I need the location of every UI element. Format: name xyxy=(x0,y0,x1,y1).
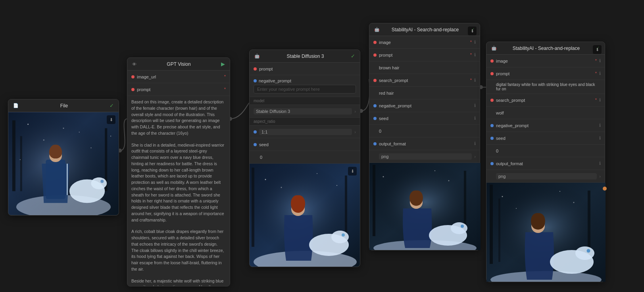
sr1-format-row: output_format ℹ xyxy=(369,137,480,150)
sr1-neg-row: negative_prompt ℹ xyxy=(369,99,480,112)
sr1-header: 🤖 StabilityAI - Search-and-replace ✓ xyxy=(369,23,480,36)
sr1-prompt-value: brown hair xyxy=(379,65,476,70)
sr2-image-info: ℹ xyxy=(599,58,601,63)
svg-point-34 xyxy=(281,187,282,188)
sr2-image-svg xyxy=(486,183,606,282)
sr1-neg-dot xyxy=(373,104,377,107)
gpt-image-url-row: image_url * xyxy=(127,71,230,83)
gpt-prompt-label: prompt xyxy=(137,87,221,92)
sr1-output-image: ⬇ xyxy=(369,163,480,250)
sd-download-button[interactable]: ⬇ xyxy=(348,167,357,176)
image-url-required: * xyxy=(224,74,226,79)
sr2-image-row: image * ℹ xyxy=(486,55,605,67)
sr2-prompt-value-row: digital fantasy white fox with striking … xyxy=(486,80,605,94)
sr1-prompt-value-row: brown hair xyxy=(369,61,480,74)
svg-point-20 xyxy=(20,159,21,160)
sr2-prompt-info: ℹ xyxy=(599,71,601,76)
sr1-prompt-info: ℹ xyxy=(474,52,476,57)
svg-point-30 xyxy=(331,231,349,243)
sr2-search-label: search_prompt xyxy=(496,98,592,103)
sd-check-icon: ✓ xyxy=(351,53,355,59)
sr1-image-dot xyxy=(373,41,377,44)
sr1-search-req: * xyxy=(470,78,472,82)
svg-point-16 xyxy=(27,124,29,125)
sr2-neg-dot xyxy=(490,124,494,127)
sr2-format-label: output_format xyxy=(496,161,597,166)
svg-point-46 xyxy=(434,170,435,171)
sr-node-1: 🤖 StabilityAI - Search-and-replace ✓ ima… xyxy=(369,23,480,250)
sr2-prompt-row: prompt * ℹ xyxy=(486,67,605,80)
svg-point-43 xyxy=(451,222,467,234)
sr2-seed-row: seed ℹ xyxy=(486,132,605,145)
sr1-search-label: search_prompt xyxy=(379,78,467,83)
svg-point-22 xyxy=(110,136,111,137)
svg-rect-8 xyxy=(20,136,22,191)
sr2-format-value-row[interactable]: png › xyxy=(486,170,605,183)
gpt-text-3: A rich, cobalt blue cloak drapes elegant… xyxy=(131,229,226,272)
sr2-title: StabilityAI - Search-and-replace xyxy=(513,46,580,51)
sd-model-section: model xyxy=(250,97,360,105)
svg-point-56 xyxy=(575,246,594,260)
sd-model-value: Stable Diffusion 3 xyxy=(254,108,352,115)
sr2-format-dot xyxy=(490,162,494,165)
sr1-format-label: output_format xyxy=(379,141,472,146)
sd-neg-dot xyxy=(254,79,257,82)
sd-image-svg xyxy=(250,164,360,267)
sr2-image-label: image xyxy=(496,59,592,63)
gpt-prompt-row: prompt * xyxy=(127,83,230,96)
sd-aspect-chevron: › xyxy=(354,130,356,134)
sr1-download-button[interactable]: ⬇ xyxy=(468,27,477,35)
file-check-icon: ✓ xyxy=(110,103,114,109)
sr1-format-value-row[interactable]: png › xyxy=(369,150,480,163)
svg-point-47 xyxy=(448,180,450,181)
sr2-prompt-dot xyxy=(490,72,494,75)
sd-model-row[interactable]: Stable Diffusion 3 › xyxy=(250,105,360,118)
sr2-download-button[interactable]: ⬇ xyxy=(593,45,602,54)
canvas: 📄 File ✓ xyxy=(0,0,644,292)
svg-rect-25 xyxy=(252,168,254,247)
sr2-image-dot xyxy=(490,59,494,63)
svg-point-59 xyxy=(559,191,560,192)
sr2-search-value-row: wolf xyxy=(486,107,605,119)
sd-aspect-section: aspect_ratio xyxy=(250,118,360,126)
sr2-prompt-value: digital fantasy white fox with striking … xyxy=(496,82,601,91)
sr2-seed-label: seed xyxy=(496,136,597,141)
sr2-search-value: wolf xyxy=(496,111,601,115)
svg-point-18 xyxy=(43,139,44,141)
file-image-svg xyxy=(8,112,119,215)
svg-point-61 xyxy=(516,208,517,209)
sr-node-2: 🤖 StabilityAI - Search-and-replace ✓ ima… xyxy=(486,42,605,282)
file-download-button[interactable]: ⬇ xyxy=(107,115,115,124)
sr1-seed-value: 0 xyxy=(379,129,476,134)
sd-model-chevron: › xyxy=(354,109,356,114)
sd-negative-prompt-input[interactable] xyxy=(254,85,356,94)
gpt-play-icon[interactable]: ▶ xyxy=(221,61,225,67)
sd-seed-value-row: 0 xyxy=(250,151,360,164)
svg-point-35 xyxy=(336,185,337,186)
sr2-prompt-req: * xyxy=(595,71,597,76)
sd-negative-prompt-area: negative_prompt xyxy=(250,75,360,97)
svg-rect-38 xyxy=(373,165,375,236)
sr2-neg-row: negative_prompt ℹ xyxy=(486,119,605,132)
sr2-neg-info: ℹ xyxy=(599,123,601,128)
sr2-robot-icon: 🤖 xyxy=(491,46,497,51)
svg-point-44 xyxy=(461,225,464,228)
sd-seed-row: seed xyxy=(250,138,360,151)
image-url-dot xyxy=(131,75,135,78)
sr1-seed-label: seed xyxy=(379,116,472,121)
sd-prompt-dot xyxy=(254,67,257,71)
sr1-prompt-dot xyxy=(373,53,377,57)
sr2-search-req: * xyxy=(595,98,597,102)
sd-aspect-row[interactable]: 1:1 › xyxy=(250,126,360,138)
sd-aspect-dot xyxy=(254,130,257,134)
stable-diffusion-node: 🤖 Stable Diffusion 3 ✓ prompt negative_p… xyxy=(249,50,360,267)
svg-point-32 xyxy=(265,179,266,180)
image-url-label: image_url xyxy=(137,74,221,79)
svg-rect-52 xyxy=(498,198,500,262)
gpt-text-1: Based on this image, create a detailed d… xyxy=(131,99,226,137)
sr1-prompt-label: prompt xyxy=(379,53,467,57)
sd-node-title: Stable Diffusion 3 xyxy=(287,53,324,59)
sr2-seed-value-row: 0 xyxy=(486,145,605,157)
sr2-orange-indicator xyxy=(603,187,607,191)
svg-point-33 xyxy=(317,173,317,174)
